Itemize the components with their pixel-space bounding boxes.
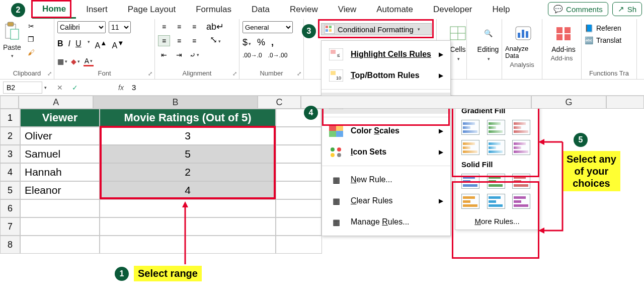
cell-rating[interactable]: 2	[100, 163, 276, 181]
format-painter-icon[interactable]: 🖌	[26, 47, 36, 57]
paste-button[interactable]: Paste ▾	[3, 21, 21, 58]
analyze-data-button[interactable]: Analyze Data	[505, 21, 541, 60]
tab-help[interactable]: Help	[482, 2, 520, 18]
accounting-icon[interactable]: $▾	[243, 37, 251, 48]
tab-pagelayout[interactable]: Page Layout	[118, 2, 186, 18]
font-size-select[interactable]: 11	[109, 21, 131, 33]
number-format-select[interactable]: General	[243, 21, 293, 33]
cell-rating[interactable]: 5	[100, 145, 276, 163]
cf-top-bottom[interactable]: 10 TTop/Bottom Rulesop/Bottom Rules ▶	[321, 65, 450, 86]
cell[interactable]	[276, 181, 322, 199]
cut-icon[interactable]: ✂	[26, 21, 36, 31]
dialog-launcher-icon[interactable]: ⤢	[47, 70, 52, 77]
align-top-icon[interactable]: ≡	[158, 21, 170, 32]
col-header-C[interactable]: C	[258, 96, 301, 109]
cell-rating[interactable]: 3	[100, 127, 276, 145]
borders-icon[interactable]: ▦▾	[57, 56, 67, 66]
chevron-down-icon[interactable]: ▾	[44, 85, 47, 90]
decrease-indent-icon[interactable]: ⇤	[158, 49, 170, 60]
group-label-analysis: Analysis	[505, 60, 539, 70]
cancel-icon[interactable]: ✕	[57, 84, 63, 92]
row-header[interactable]: 8	[0, 236, 20, 254]
col-header-G[interactable]: G	[531, 96, 607, 109]
bold-button[interactable]: B	[57, 39, 63, 50]
group-label-number: Number	[243, 68, 300, 79]
tab-home[interactable]: Home	[32, 1, 76, 19]
percent-icon[interactable]: %	[257, 37, 265, 48]
cell[interactable]	[276, 145, 322, 163]
tab-automate[interactable]: Automate	[366, 2, 423, 18]
header-ratings[interactable]: Movie Ratings (Out of 5)	[100, 109, 276, 127]
tab-view[interactable]: View	[328, 2, 367, 18]
cell[interactable]	[20, 236, 100, 254]
group-label-functions: Functions Tra	[585, 68, 633, 79]
header-viewer[interactable]: Viewer	[20, 109, 100, 127]
cf-highlight-cells[interactable]: ≤ Highlight Cells Rules ▶	[321, 44, 450, 65]
cell[interactable]	[276, 163, 322, 181]
name-box[interactable]	[3, 82, 42, 94]
addins-button[interactable]: Add-ins	[545, 21, 582, 53]
col-header-A[interactable]: A	[19, 96, 93, 109]
enter-icon[interactable]: ✓	[72, 84, 78, 92]
cell-viewer[interactable]: Oliver	[20, 127, 100, 145]
share-button[interactable]: ↗Sh	[612, 2, 642, 16]
reference-button[interactable]: 📘Referen	[585, 24, 621, 32]
increase-decimal-icon[interactable]: .00→.0	[243, 52, 262, 59]
formula-input[interactable]: 3	[128, 81, 140, 94]
tab-data[interactable]: Data	[242, 2, 280, 18]
align-right-icon[interactable]: ≡	[188, 35, 200, 46]
row-header[interactable]: 2	[0, 127, 20, 145]
tab-insert[interactable]: Insert	[76, 2, 118, 18]
col-header-B[interactable]: B	[93, 96, 258, 109]
comma-icon[interactable]: ,	[271, 37, 274, 48]
group-functions: 📘Referen 🔤Translat Functions Tra	[582, 19, 637, 79]
font-name-select[interactable]: Calibri	[57, 21, 106, 33]
align-left-icon[interactable]: ≡	[158, 35, 170, 46]
dialog-launcher-icon[interactable]: ⤢	[232, 70, 237, 77]
tab-developer[interactable]: Developer	[423, 2, 482, 18]
increase-indent-icon[interactable]: ⇥	[173, 49, 185, 60]
fill-color-icon[interactable]: ◆▾	[70, 56, 80, 66]
magnifier-icon: 🔍	[479, 24, 497, 42]
orientation-icon[interactable]: ⤾▾	[188, 49, 200, 60]
cell-rating[interactable]: 4	[100, 181, 276, 199]
wrap-text-icon[interactable]: ab↵	[206, 21, 224, 32]
decrease-decimal-icon[interactable]: .0→.00	[268, 52, 288, 59]
font-color-icon[interactable]: A▾	[84, 56, 94, 66]
italic-button[interactable]: I	[68, 39, 70, 50]
row-header[interactable]: 5	[0, 181, 20, 199]
row-header[interactable]: 7	[0, 217, 20, 236]
cell-viewer[interactable]: Hannah	[20, 163, 100, 181]
row-header[interactable]: 1	[0, 109, 20, 127]
tab-formulas[interactable]: Formulas	[186, 2, 242, 18]
select-all[interactable]	[0, 96, 19, 109]
cell[interactable]	[20, 217, 100, 236]
dialog-launcher-icon[interactable]: ⤢	[148, 70, 152, 77]
group-addins: Add-ins Add-ins	[542, 19, 582, 79]
paste-icon	[4, 21, 21, 41]
cell[interactable]	[276, 199, 322, 217]
cell-viewer[interactable]: Eleanor	[20, 181, 100, 199]
row-header[interactable]: 6	[0, 199, 20, 217]
cell[interactable]	[276, 217, 322, 236]
row-header[interactable]: 4	[0, 163, 20, 181]
dialog-launcher-icon[interactable]: ⤢	[297, 70, 301, 77]
merge-center-icon[interactable]: ⤡▾	[210, 34, 221, 45]
tab-review[interactable]: Review	[280, 2, 328, 18]
align-center-icon[interactable]: ≡	[173, 35, 185, 46]
row-header[interactable]: 3	[0, 145, 20, 163]
align-middle-icon[interactable]: ≡	[173, 21, 185, 32]
cell[interactable]	[20, 199, 100, 217]
increase-font-icon[interactable]: A▲	[95, 39, 107, 50]
cell[interactable]	[276, 127, 322, 145]
comments-button[interactable]: 💬Comments	[548, 2, 608, 16]
fx-icon[interactable]: fx	[118, 84, 124, 92]
translate-button[interactable]: 🔤Translat	[585, 36, 621, 44]
copy-icon[interactable]: ❐	[26, 34, 36, 44]
align-bottom-icon[interactable]: ≡	[188, 21, 200, 32]
cell[interactable]	[276, 236, 322, 254]
cell-viewer[interactable]: Samuel	[20, 145, 100, 163]
editing-button[interactable]: 🔍 Editing▾	[470, 21, 506, 61]
decrease-font-icon[interactable]: A▼	[112, 39, 124, 50]
underline-button[interactable]: U	[75, 39, 82, 50]
